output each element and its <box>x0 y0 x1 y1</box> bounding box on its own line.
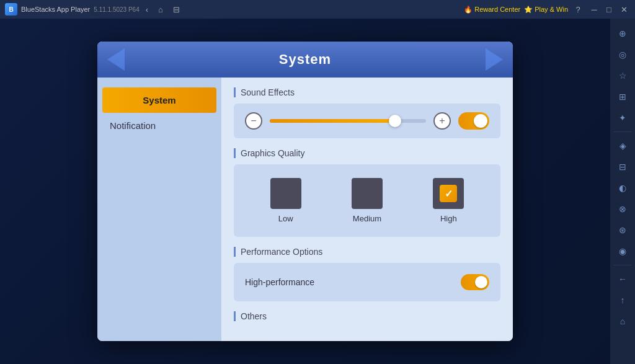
graphics-quality-title: Graphics Quality <box>234 148 500 158</box>
title-bar-right: 🔥 Reward Center ⭐ Play & Win ? ─ □ ✕ <box>464 3 630 16</box>
volume-down-button[interactable]: − <box>245 112 262 130</box>
settings-dialog: System System Notification Sound Effects <box>97 42 513 341</box>
sound-effects-box: − + <box>234 104 500 138</box>
graphics-options-row: Low Medium <box>245 173 489 228</box>
sound-toggle-knob <box>474 114 487 128</box>
sidebar-icon-11[interactable]: ◉ <box>613 241 633 261</box>
dialog-nav: System Notification <box>97 78 221 341</box>
graphics-quality-section: Graphics Quality Low <box>234 148 500 237</box>
header-decor-left <box>107 48 125 71</box>
dialog-body: System Notification Sound Effects − <box>97 78 513 341</box>
close-button[interactable]: ✕ <box>618 3 630 16</box>
quality-label-medium: Medium <box>353 214 381 223</box>
quality-box-medium <box>352 178 383 209</box>
high-performance-toggle[interactable] <box>461 274 489 290</box>
nav-bookmark[interactable]: ⊟ <box>171 4 182 16</box>
app-name: BlueStacks App Player <box>21 6 90 13</box>
graphics-quality-box: Low Medium <box>234 164 500 237</box>
high-performance-row: High-performance <box>245 272 489 293</box>
sidebar-icon-5[interactable]: ✦ <box>613 108 633 128</box>
app-logo: B <box>5 3 17 16</box>
sidebar-icon-4[interactable]: ⊞ <box>613 87 633 107</box>
sound-toggle[interactable] <box>458 112 489 130</box>
window-controls: ─ □ ✕ <box>588 3 630 16</box>
sidebar-icon-back[interactable]: ← <box>613 269 633 289</box>
nav-notification[interactable]: Notification <box>97 113 221 138</box>
high-performance-knob <box>475 276 487 288</box>
quality-low[interactable]: Low <box>270 178 301 223</box>
sidebar-icon-10[interactable]: ⊛ <box>613 220 633 240</box>
nav-buttons: ‹ ⌂ ⊟ <box>143 4 182 16</box>
sidebar-icon-7[interactable]: ⊟ <box>613 157 633 177</box>
high-performance-label: High-performance <box>245 277 314 287</box>
reward-center-button[interactable]: 🔥 Reward Center <box>464 6 520 14</box>
quality-label-low: Low <box>278 214 293 223</box>
plus-icon: + <box>439 115 445 127</box>
quality-label-high: High <box>440 214 457 223</box>
quality-medium[interactable]: Medium <box>352 178 383 223</box>
dialog-title: System <box>279 51 331 67</box>
sidebar-divider-1 <box>614 131 631 132</box>
sound-effects-title: Sound Effects <box>234 87 500 97</box>
title-bar: B BlueStacks App Player 5.11.1.5023 P64 … <box>0 0 635 19</box>
sidebar-right: ⊕ ◎ ☆ ⊞ ✦ ◈ ⊟ ◐ ⊗ ⊛ ◉ ← ↑ ⌂ <box>610 19 635 364</box>
sound-row: − + <box>245 112 489 130</box>
quality-check-high: ✓ <box>433 178 464 209</box>
title-bar-left: B BlueStacks App Player 5.11.1.5023 P64 … <box>5 3 182 16</box>
star-icon: ⭐ <box>524 6 533 14</box>
minus-icon: − <box>251 115 256 127</box>
slider-fill <box>270 119 395 123</box>
sound-effects-section: Sound Effects − + <box>234 87 500 138</box>
sidebar-icon-6[interactable]: ◈ <box>613 136 633 156</box>
sidebar-icon-home[interactable]: ⌂ <box>613 311 633 331</box>
nav-system[interactable]: System <box>102 87 216 113</box>
nav-home[interactable]: ⌂ <box>156 4 166 16</box>
help-button[interactable]: ? <box>572 3 584 16</box>
others-section: Others <box>234 311 500 321</box>
maximize-button[interactable]: □ <box>603 3 615 16</box>
others-title: Others <box>234 311 500 321</box>
sidebar-icon-2[interactable]: ◎ <box>613 45 633 64</box>
sidebar-icon-8[interactable]: ◐ <box>613 178 633 198</box>
modal-overlay: System System Notification Sound Effects <box>0 19 610 364</box>
sidebar-icon-1[interactable]: ⊕ <box>613 24 633 43</box>
sidebar-divider-2 <box>614 265 631 265</box>
sidebar-icon-up[interactable]: ↑ <box>613 290 633 310</box>
play-win-button[interactable]: ⭐ Play & Win <box>524 6 568 14</box>
volume-up-button[interactable]: + <box>433 112 451 130</box>
quality-high[interactable]: ✓ High <box>433 178 464 223</box>
performance-options-box: High-performance <box>234 263 500 301</box>
checkmark-icon: ✓ <box>440 185 457 202</box>
quality-box-low <box>270 178 301 209</box>
quality-box-high: ✓ <box>433 178 464 209</box>
header-decor-right <box>486 48 503 71</box>
minimize-button[interactable]: ─ <box>588 3 600 16</box>
dialog-content: Sound Effects − + <box>221 78 513 341</box>
performance-options-section: Performance Options High-performance <box>234 247 500 301</box>
app-version: 5.11.1.5023 P64 <box>94 6 139 13</box>
sidebar-icon-9[interactable]: ⊗ <box>613 199 633 219</box>
slider-thumb <box>389 115 401 127</box>
dialog-header: System <box>97 42 513 78</box>
sidebar-icon-3[interactable]: ☆ <box>613 66 633 86</box>
nav-back[interactable]: ‹ <box>143 4 151 16</box>
fire-icon: 🔥 <box>464 6 473 14</box>
performance-options-title: Performance Options <box>234 247 500 257</box>
volume-slider[interactable] <box>270 119 426 123</box>
